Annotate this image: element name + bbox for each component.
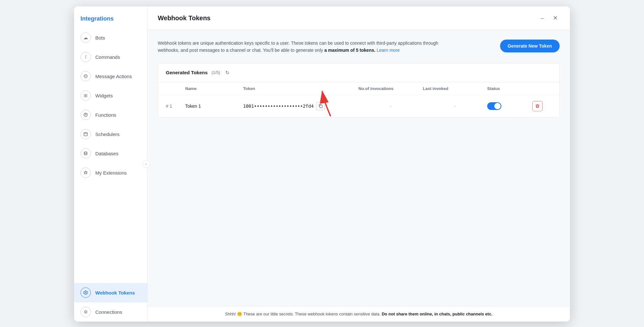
sidebar-title: Integrations	[74, 6, 147, 28]
sidebar-item-label: Schedulers	[95, 132, 119, 137]
description-text: Webhook tokens are unique authentication…	[158, 40, 448, 54]
table-header-row: Generated Tokens (1/5) ↻	[158, 63, 559, 82]
sidebar-item-functions[interactable]: Functions	[74, 105, 147, 124]
sidebar-item-widgets[interactable]: ⊞ Widgets	[74, 86, 147, 105]
collapse-icon: ‹	[146, 162, 147, 166]
svg-rect-2	[84, 133, 88, 136]
sidebar: Integrations ☁ Bots / Commands Message A…	[74, 6, 147, 322]
table-row: # 1 Token 1 1001••••••••••••••••••2fd4 -…	[158, 95, 559, 117]
main-header: Webhook Tokens – ✕	[147, 6, 570, 30]
token-count: (1/5)	[212, 70, 220, 75]
description-section: Webhook tokens are unique authentication…	[158, 40, 560, 54]
page-title: Webhook Tokens	[158, 14, 211, 22]
sidebar-item-label: Connections	[95, 309, 122, 315]
svg-rect-6	[320, 105, 322, 108]
sidebar-item-label: Commands	[95, 54, 120, 60]
sidebar-collapse-button[interactable]: ‹	[142, 160, 150, 168]
sidebar-item-label: Widgets	[95, 93, 113, 98]
col-header-name: Name	[185, 86, 243, 91]
description-bold: a maximum of 5 tokens.	[324, 48, 375, 53]
status-toggle[interactable]	[487, 102, 501, 110]
sidebar-item-label: Databases	[95, 151, 118, 156]
header-actions: – ✕	[538, 14, 560, 23]
svg-point-3	[84, 152, 87, 153]
sidebar-item-bots[interactable]: ☁ Bots	[74, 28, 147, 47]
table-column-headers: Name Token No.of invocations Last invoke…	[158, 82, 559, 95]
sidebar-item-connections[interactable]: ⚙ Connections	[74, 302, 147, 322]
app-window: Integrations ☁ Bots / Commands Message A…	[74, 6, 570, 322]
svg-marker-4	[84, 291, 88, 295]
close-button[interactable]: ✕	[551, 14, 560, 23]
svg-point-0	[84, 75, 87, 78]
widgets-icon: ⊞	[80, 90, 91, 101]
copy-token-button[interactable]	[316, 102, 325, 110]
minimize-button[interactable]: –	[538, 14, 547, 23]
tokens-table: Generated Tokens (1/5) ↻ Name Token No.o…	[158, 63, 560, 118]
message-actions-icon	[80, 71, 91, 81]
token-text: 1001••••••••••••••••••2fd4	[243, 104, 314, 109]
sidebar-item-label: My Extensions	[95, 170, 127, 176]
functions-icon	[80, 110, 91, 120]
my-extensions-icon	[80, 168, 91, 178]
sidebar-item-my-extensions[interactable]: My Extensions	[74, 163, 147, 182]
sidebar-item-label: Webhook Tokens	[95, 290, 135, 295]
row-invocations: -	[358, 104, 423, 109]
sidebar-item-label: Message Actions	[95, 74, 132, 79]
refresh-button[interactable]: ↻	[224, 68, 231, 77]
databases-icon	[80, 148, 91, 159]
footer-text-before: Shhh! 🤫 These are our little secrets. Th…	[225, 312, 382, 316]
row-number: # 1	[166, 104, 185, 109]
col-header-invocations: No.of invocations	[358, 86, 423, 91]
main-content: Webhook Tokens – ✕ Webhook tokens are un…	[147, 6, 570, 322]
table-title: Generated Tokens	[166, 70, 208, 75]
footer: Shhh! 🤫 These are our little secrets. Th…	[147, 306, 570, 322]
commands-icon: /	[80, 52, 91, 62]
col-header-status: Status	[487, 86, 532, 91]
row-token-value: 1001••••••••••••••••••2fd4	[243, 102, 358, 110]
row-token-name: Token 1	[185, 104, 243, 109]
content-area: Webhook tokens are unique authentication…	[147, 30, 570, 306]
col-header-actions	[532, 86, 552, 91]
col-header-last-invoked: Last invoked	[423, 86, 487, 91]
sidebar-item-message-actions[interactable]: Message Actions	[74, 67, 147, 86]
delete-token-button[interactable]	[532, 101, 543, 111]
col-header-num	[166, 86, 185, 91]
refresh-icon: ↻	[225, 70, 230, 76]
sidebar-bottom: Webhook Tokens ⚙ Connections	[74, 283, 147, 322]
sidebar-item-databases[interactable]: Databases	[74, 144, 147, 163]
row-delete-action	[532, 101, 552, 111]
row-last-invoked: -	[423, 104, 487, 109]
sidebar-item-commands[interactable]: / Commands	[74, 47, 147, 67]
col-header-token: Token	[243, 86, 358, 91]
generate-new-token-button[interactable]: Generate New Token	[500, 40, 560, 52]
connections-icon: ⚙	[80, 307, 91, 317]
sidebar-item-label: Functions	[95, 112, 116, 118]
row-status-toggle[interactable]	[487, 102, 532, 110]
learn-more-link[interactable]: Learn more	[377, 48, 400, 53]
sidebar-item-label: Bots	[95, 35, 105, 41]
sidebar-item-schedulers[interactable]: Schedulers	[74, 124, 147, 144]
footer-bold-text: Do not share them online, in chats, publ…	[382, 312, 492, 316]
webhook-tokens-icon	[80, 287, 91, 298]
bots-icon: ☁	[80, 32, 91, 43]
svg-point-5	[85, 292, 86, 293]
schedulers-icon	[80, 129, 91, 139]
sidebar-item-webhook-tokens[interactable]: Webhook Tokens	[74, 283, 147, 302]
